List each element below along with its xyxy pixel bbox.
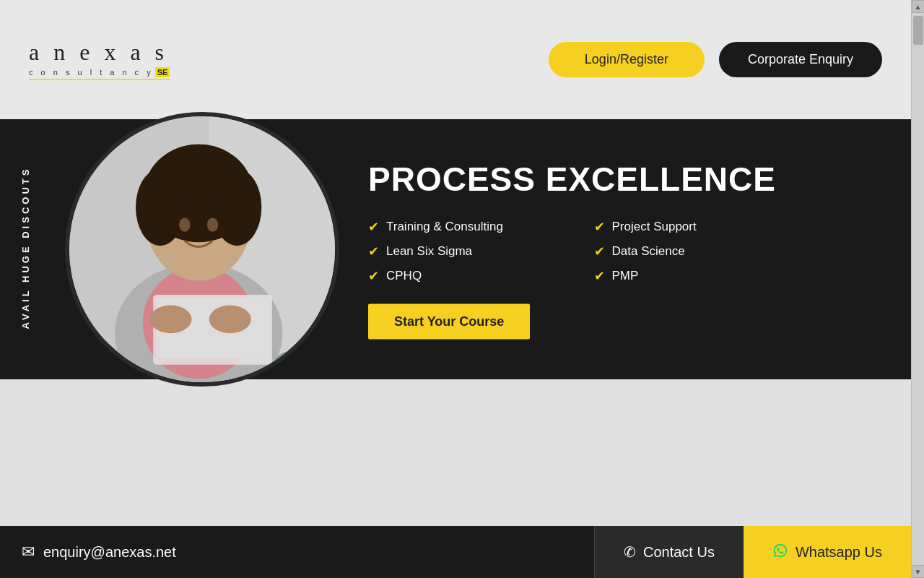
check-icon-lean: ✔ <box>368 243 379 259</box>
header: a n e x a s c o n s u l t a n c y SE Log… <box>0 0 911 119</box>
feature-label-project: Project Support <box>612 220 697 234</box>
logo-underline <box>29 79 170 80</box>
feature-cphq: ✔ CPHQ <box>368 268 551 284</box>
logo-area: a n e x a s c o n s u l t a n c y SE <box>29 39 170 80</box>
logo-sub-text: c o n s u l t a n c y <box>29 68 154 77</box>
feature-pmp: ✔ PMP <box>594 268 777 284</box>
corporate-enquiry-button[interactable]: Corporate Enquiry <box>719 42 882 77</box>
main-content: a n e x a s c o n s u l t a n c y SE Log… <box>0 0 911 578</box>
scroll-down-button[interactable]: ▼ <box>912 565 925 578</box>
footer-email-text: enquiry@anexas.net <box>43 544 176 561</box>
contact-us-label: Contact Us <box>643 544 715 561</box>
check-icon-project: ✔ <box>594 219 605 235</box>
footer-email-area: ✉ enquiry@anexas.net <box>0 543 594 561</box>
start-course-button[interactable]: Start Your Course <box>368 304 530 340</box>
features-grid: ✔ Training & Consulting ✔ Project Suppor… <box>368 219 776 284</box>
whatsapp-icon <box>772 543 788 562</box>
check-icon-training: ✔ <box>368 219 379 235</box>
check-icon-pmp: ✔ <box>594 268 605 284</box>
feature-label-data: Data Science <box>612 244 685 259</box>
banner-content: PROCESS EXCELLENCE ✔ Training & Consulti… <box>368 160 776 340</box>
mail-icon: ✉ <box>22 543 35 561</box>
feature-label-lean: Lean Six Sigma <box>386 244 472 259</box>
check-icon-data: ✔ <box>594 243 605 259</box>
check-icon-cphq: ✔ <box>368 268 379 284</box>
svg-point-13 <box>149 305 191 333</box>
feature-data-science: ✔ Data Science <box>594 243 777 259</box>
logo-text: a n e x a s <box>29 39 170 66</box>
feature-label-training: Training & Consulting <box>386 220 503 234</box>
avail-discounts-text: AVAIL HUGE DISCOUTS <box>20 167 31 329</box>
logo-se-badge: SE <box>155 67 170 77</box>
login-register-button[interactable]: Login/Register <box>549 42 705 77</box>
whatsapp-us-button[interactable]: Whatsapp Us <box>744 526 911 578</box>
banner: AVAIL HUGE DISCOUTS <box>0 119 911 379</box>
feature-lean: ✔ Lean Six Sigma <box>368 243 551 259</box>
svg-point-14 <box>209 305 251 333</box>
svg-point-9 <box>179 217 190 231</box>
hero-image <box>65 112 339 387</box>
feature-label-pmp: PMP <box>612 269 639 283</box>
svg-point-8 <box>157 144 240 200</box>
header-buttons: Login/Register Corporate Enquiry <box>549 42 882 77</box>
scrollbar-thumb[interactable] <box>913 16 923 45</box>
banner-title: PROCESS EXCELLENCE <box>368 160 776 199</box>
logo-sub: c o n s u l t a n c y SE <box>29 67 170 77</box>
phone-icon: ✆ <box>624 543 636 561</box>
feature-project: ✔ Project Support <box>594 219 777 235</box>
whatsapp-us-label: Whatsapp Us <box>796 544 882 561</box>
feature-label-cphq: CPHQ <box>386 269 422 283</box>
contact-us-button[interactable]: ✆ Contact Us <box>594 526 744 578</box>
scrollbar[interactable]: ▲ ▼ <box>911 0 924 578</box>
footer: ✉ enquiry@anexas.net ✆ Contact Us Whatsa… <box>0 526 911 578</box>
svg-point-10 <box>207 217 218 231</box>
rotated-text-container: AVAIL HUGE DISCOUTS <box>20 167 31 332</box>
feature-training: ✔ Training & Consulting <box>368 219 551 235</box>
scroll-up-button[interactable]: ▲ <box>912 0 925 13</box>
gray-area <box>0 379 911 524</box>
